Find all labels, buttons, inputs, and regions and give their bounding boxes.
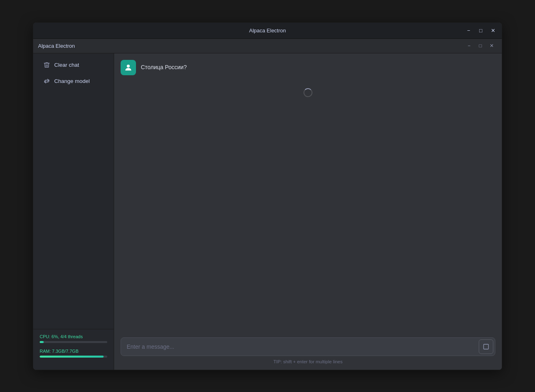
- messages-container: Столица России?: [114, 53, 502, 333]
- message-row: Столица России?: [121, 60, 495, 75]
- sidebar: Clear chat Change model: [33, 53, 114, 370]
- input-container: [121, 337, 495, 356]
- send-button[interactable]: [479, 339, 493, 354]
- svg-point-0: [127, 64, 130, 67]
- cpu-stat: CPU: 6%, 4/4 threads: [40, 334, 107, 343]
- titlebar-controls: − □ ✕: [463, 25, 499, 36]
- spinner: [304, 88, 312, 97]
- ram-bar-fill: [40, 356, 104, 358]
- loading-indicator: [121, 80, 495, 105]
- main-layout: Clear chat Change model: [33, 53, 502, 370]
- titlebar-maximize-button[interactable]: □: [475, 25, 486, 36]
- sidebar-footer: CPU: 6%, 4/4 threads RAM: 7.3GB/7.7GB: [33, 329, 114, 370]
- tip-text: TIP: shift + enter for multiple lines: [121, 359, 495, 364]
- avatar: [121, 60, 136, 75]
- titlebar-minimize-button[interactable]: −: [463, 25, 474, 36]
- app-close-button[interactable]: ✕: [486, 41, 497, 50]
- swap-icon: [43, 78, 50, 85]
- app-maximize-button[interactable]: □: [475, 41, 486, 50]
- ram-stat: RAM: 7.3GB/7.7GB: [40, 349, 107, 358]
- app-minimize-button[interactable]: −: [464, 41, 474, 50]
- titlebar-title: Alpaca Electron: [249, 28, 286, 34]
- clear-chat-label: Clear chat: [54, 62, 79, 68]
- cpu-bar-background: [40, 341, 107, 343]
- main-window: Alpaca Electron − □ ✕ Alpaca Electron − …: [33, 22, 502, 370]
- app-header-title: Alpaca Electron: [38, 43, 464, 49]
- titlebar-close-button[interactable]: ✕: [487, 25, 499, 36]
- change-model-label: Change model: [54, 78, 90, 84]
- titlebar: Alpaca Electron − □ ✕: [33, 23, 502, 39]
- chat-area: Столица России? TIP: shift +: [114, 53, 502, 370]
- ram-bar-background: [40, 356, 107, 358]
- sidebar-menu: Clear chat Change model: [33, 53, 114, 329]
- app-header-controls: − □ ✕: [464, 41, 497, 50]
- ram-label: RAM: 7.3GB/7.7GB: [40, 349, 107, 354]
- message-text: Столица России?: [141, 60, 187, 72]
- message-input[interactable]: [121, 339, 477, 355]
- svg-rect-1: [484, 344, 488, 349]
- cpu-bar-fill: [40, 341, 44, 343]
- sidebar-item-clear-chat[interactable]: Clear chat: [36, 57, 110, 73]
- app-header: Alpaca Electron − □ ✕: [33, 39, 502, 53]
- cpu-label: CPU: 6%, 4/4 threads: [40, 334, 107, 339]
- input-area: TIP: shift + enter for multiple lines: [114, 333, 502, 370]
- trash-icon: [43, 61, 50, 69]
- sidebar-item-change-model[interactable]: Change model: [36, 74, 110, 89]
